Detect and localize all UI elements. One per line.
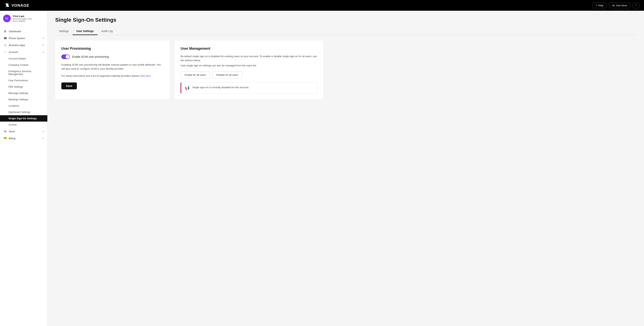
chevron-down-icon: ▾	[43, 37, 44, 40]
apps-icon: ◇	[4, 44, 7, 47]
sidebar-item-user-permissions[interactable]: User Permissions	[0, 77, 47, 84]
heart-icon: ♡	[635, 4, 637, 7]
disable-label: Disable for all users	[216, 74, 238, 76]
user-management-title: User Management	[180, 47, 318, 51]
toggle-knob	[66, 55, 70, 59]
subnav-label: Message Settings	[8, 92, 28, 95]
tab-label: Audit Log	[102, 30, 113, 33]
avatar-initials: FL	[5, 17, 8, 20]
user-name: First Last	[13, 15, 32, 18]
enable-all-users-button[interactable]: Enable for all users	[180, 71, 210, 78]
billing-icon: 💳	[4, 137, 7, 140]
store-icon: 🛍	[4, 130, 7, 133]
subnav-label: Dashboard Settings	[8, 111, 30, 114]
subnav-label: User Permissions	[8, 79, 28, 82]
management-description: By default single sign-on is disabled fo…	[180, 55, 318, 63]
user-provisioning-card: User Provisioning Enable SCIM user provi…	[55, 41, 170, 100]
tab-bar: Settings User Settings Audit Log	[55, 28, 636, 35]
sidebar-item-sso-settings[interactable]: Single Sign-On Settings	[0, 115, 47, 122]
provisioning-description: Enabling SCIM user provisioning will dis…	[61, 63, 164, 71]
tab-label: Settings	[59, 30, 69, 33]
visit-store-button[interactable]: 🛍 Visit Store	[609, 3, 630, 8]
subnav-label: Meetings Settings	[8, 98, 28, 101]
user-account: Acct: 336462	[13, 20, 32, 22]
tab-settings[interactable]: Settings	[55, 28, 73, 35]
sidebar-item-meetings-settings[interactable]: Meetings Settings	[0, 96, 47, 103]
sidebar-item-locations[interactable]: Locations	[0, 103, 47, 109]
sidebar-item-account[interactable]: ○ Account ▴	[0, 49, 47, 56]
sidebar-item-business-apps[interactable]: ◇ Business Apps ▾	[0, 42, 47, 49]
sidebar-item-label: Billing	[9, 137, 41, 140]
sidebar-item-label: Store	[9, 130, 41, 133]
sidebar-item-archive[interactable]: Archive	[0, 122, 47, 128]
sidebar-item-message-settings[interactable]: Message Settings	[0, 90, 47, 96]
account-icon: ○	[4, 51, 7, 54]
sidebar-item-pbx-settings[interactable]: PBX Settings	[0, 84, 47, 90]
sidebar-item-company-contact[interactable]: Company Contact	[0, 62, 47, 68]
vonage-logo[interactable]: VONAGE	[4, 3, 29, 8]
setup-instructions-text: For setup instructions and a list of sup…	[61, 74, 164, 78]
link-label: click here.	[140, 74, 151, 77]
sidebar-item-dashboard-settings[interactable]: Dashboard Settings	[0, 109, 47, 115]
content-grid: User Provisioning Enable SCIM user provi…	[55, 41, 324, 100]
help-icon: ?	[596, 4, 597, 7]
user-management-card: User Management By default single sign-o…	[174, 41, 324, 100]
main-content: Single Sign-On Settings Settings User Se…	[48, 11, 644, 326]
user-info: First Last Account Super User Acct: 3364…	[13, 15, 32, 22]
sidebar-item-account-details[interactable]: Account Details	[0, 56, 47, 62]
top-navigation: VONAGE ? Help 🛍 Visit Store ♡	[0, 0, 644, 11]
megaphone-icon: 📢	[185, 86, 190, 90]
toggle-label: Enable SCIM user provisioning	[72, 55, 109, 58]
vonage-wordmark: VONAGE	[12, 3, 29, 8]
status-banner: 📢 Single sign-on is currently disabled f…	[180, 82, 318, 94]
sidebar-item-label: Business Apps	[9, 44, 41, 47]
sidebar-item-label: Phone System	[9, 37, 41, 40]
avatar: FL	[3, 15, 11, 22]
store-icon: 🛍	[612, 4, 615, 7]
tab-label: User Settings	[76, 30, 94, 33]
chevron-down-icon: ▾	[43, 44, 44, 46]
subnav-label: Archive	[8, 123, 17, 126]
tab-user-settings[interactable]: User Settings	[73, 28, 98, 35]
topnav-actions: ? Help 🛍 Visit Store ♡	[592, 3, 640, 8]
subnav-label: Locations	[8, 104, 19, 107]
sidebar-item-dashboard[interactable]: ⊞ Dashboard	[0, 28, 47, 35]
save-button[interactable]: Save	[61, 83, 77, 89]
main-nav: ⊞ Dashboard ☎ Phone System ▾ ◇ Business …	[0, 26, 47, 143]
sidebar-item-emergency-services[interactable]: Emergency Services Management	[0, 68, 47, 77]
sidebar-item-store[interactable]: 🛍 Store ▾	[0, 128, 47, 135]
user-role: Account Super User	[13, 18, 32, 20]
card-title: User Provisioning	[61, 47, 164, 51]
phone-icon: ☎	[4, 37, 7, 40]
management-btn-row: Enable for all users Disable for all use…	[180, 71, 318, 78]
help-button[interactable]: ? Help	[592, 3, 606, 8]
subnav-label: PBX Settings	[8, 85, 23, 88]
toggle-row: Enable SCIM user provisioning	[61, 55, 164, 59]
instructions-prefix: For setup instructions and a list of sup…	[61, 74, 139, 77]
chevron-down-icon: ▾	[43, 130, 44, 133]
subnav-label: Emergency Services Management	[8, 70, 44, 76]
help-label: Help	[598, 4, 603, 7]
page-title: Single Sign-On Settings	[55, 17, 636, 23]
scim-toggle[interactable]	[61, 55, 70, 59]
dashboard-icon: ⊞	[4, 30, 7, 33]
chevron-down-icon: ▾	[43, 137, 44, 140]
click-here-link[interactable]: click here.	[140, 74, 151, 77]
sidebar-item-phone-system[interactable]: ☎ Phone System ▾	[0, 35, 47, 42]
chevron-up-icon: ▴	[43, 51, 44, 53]
subnav-label: Company Contact	[8, 64, 28, 66]
enable-label: Enable for all users	[184, 74, 206, 76]
save-label: Save	[66, 84, 72, 88]
subnav-label: Single Sign-On Settings	[8, 117, 37, 120]
tab-audit-log[interactable]: Audit Log	[98, 28, 116, 35]
visit-store-label: Visit Store	[616, 4, 627, 7]
favorites-button[interactable]: ♡	[633, 3, 640, 8]
sidebar-item-label: Account	[9, 51, 41, 54]
management-sub-description: User single sign-on settings can also be…	[180, 64, 318, 68]
sidebar-item-label: Dashboard	[9, 30, 44, 33]
sidebar: FL First Last Account Super User Acct: 3…	[0, 11, 48, 326]
sidebar-item-billing[interactable]: 💳 Billing ▾	[0, 135, 47, 142]
user-profile-section: FL First Last Account Super User Acct: 3…	[0, 11, 47, 26]
status-text: Single sign-on is currently disabled for…	[192, 86, 249, 90]
disable-all-users-button[interactable]: Disable for all users	[212, 71, 242, 78]
